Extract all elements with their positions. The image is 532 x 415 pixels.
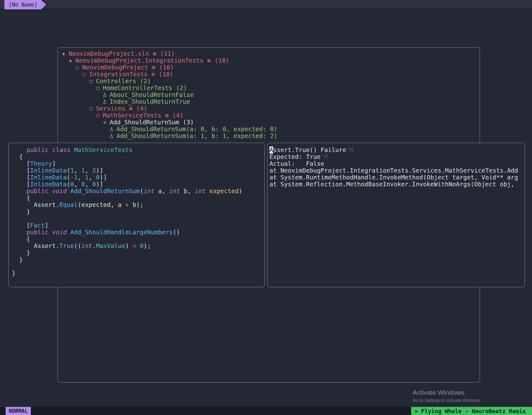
failed-status-icon: ⊗ (165, 112, 169, 119)
flask-icon (109, 127, 114, 131)
project-icon: ◆ (68, 57, 73, 64)
namespace-icon: □ (88, 105, 93, 112)
namespace-icon: □ (95, 112, 100, 119)
test-tree-row[interactable]: Index_ShouldReturnTrue (61, 98, 477, 105)
test-tree-row[interactable]: ◆NeovimDebugProject.sln⊗(11) (61, 50, 477, 57)
code-line: [Fact] (12, 222, 48, 229)
code-line: } (12, 208, 30, 215)
failed-status-icon: ⊗ (152, 64, 155, 71)
flask-icon (102, 93, 107, 97)
failed-status-icon: ⊗ (151, 71, 155, 78)
failed-status-icon: ⊗ (153, 50, 156, 57)
code-line: Assert.True((int.MaxValue) < 0); (12, 242, 151, 250)
namespace-icon: □ (75, 64, 80, 71)
namespace-icon: □ (95, 85, 100, 92)
failed-status-icon: ⊗ (129, 105, 133, 112)
editor-root: [No Name] ◆NeovimDebugProject.sln⊗(11)◆N… (0, 0, 532, 415)
music-title: Flying Whale - NeuroBeatz Remix (421, 408, 526, 414)
code-line: Assert.Equal(expected, a + b); (12, 201, 144, 208)
test-tree-row[interactable]: □Controllers(2) (61, 78, 477, 85)
code-line: [Theory] (12, 160, 56, 167)
test-count: (4) (136, 105, 147, 112)
code-line: public void Add_ShouldHandleLargeNumbers… (12, 229, 180, 236)
test-node-label: NeovimDebugProject.IntegrationTests (75, 57, 203, 64)
test-node-label: NeovimDebugProject (82, 64, 148, 71)
watermark-title: Activate Windows (413, 389, 482, 396)
code-line: { (12, 194, 30, 202)
test-node-label: Add_ShouldReturnSum (110, 119, 179, 126)
code-line: [InlineData(0, 0, 0)] (12, 181, 103, 188)
test-node-label: Add_ShouldReturnSum(a: 0, b: 0, expected… (116, 126, 278, 133)
test-tree-row[interactable]: □IntegrationTests⊗(10) (61, 71, 477, 78)
test-count: (3) (183, 119, 194, 126)
buffer-tab-label: [No Name] (9, 2, 37, 8)
code-content: public class MathServiceTests { [Theory]… (9, 143, 264, 279)
test-tree-row[interactable]: Add_ShouldReturnSum(a: 0, b: 0, expected… (61, 126, 477, 133)
test-node-label: MathServiceTests (103, 112, 161, 119)
test-node-label: NeovimDebugProject.sln (69, 50, 149, 57)
namespace-icon: □ (82, 71, 87, 78)
test-count: (10) (159, 64, 174, 71)
test-node-label: HomeControllerTests (103, 85, 172, 92)
test-node-label: Services (96, 105, 125, 112)
test-node-label: About_ShouldReturnFalse (110, 92, 194, 98)
test-count: (2) (140, 78, 151, 85)
output-line: Expected: True^M (269, 153, 328, 160)
test-node-label: Controllers (96, 78, 136, 85)
test-tree-row[interactable]: ⊗Add_ShouldReturnSum(3) (61, 119, 477, 126)
namespace-icon: □ (88, 78, 93, 85)
code-line: [InlineData(1, 1, 2)] (12, 167, 103, 174)
test-tree-row[interactable]: ◆NeovimDebugProject.IntegrationTests⊗(10… (61, 57, 477, 64)
test-node-label: IntegrationTests (89, 71, 148, 78)
test-tree: ◆NeovimDebugProject.sln⊗(11)◆NeovimDebug… (58, 48, 480, 142)
test-count: (10) (159, 71, 173, 78)
code-line: } (12, 270, 16, 277)
code-line: public class MathServiceTests (12, 146, 132, 154)
code-line: { (12, 236, 30, 243)
code-line: } (12, 256, 23, 263)
output-line: Actual: False (269, 160, 324, 167)
flask-icon (109, 134, 114, 138)
circle-x-icon: ⊗ (102, 119, 107, 126)
test-count: (10) (215, 57, 229, 64)
test-tree-row[interactable]: Add_ShouldReturnSum(a: 1, b: 1, expected… (61, 133, 477, 140)
buffer-tab[interactable]: [No Name] (4, 0, 46, 9)
output-line: Assert.True() Failure^M (269, 146, 354, 154)
play-icon: ▶ (416, 408, 418, 413)
test-tree-row[interactable]: □HomeControllerTests(2) (61, 85, 477, 92)
test-tree-row[interactable]: □Services⊗(4) (61, 105, 477, 112)
output-line: at System.RuntimeMethodHandle.InvokeMeth… (269, 174, 518, 181)
code-line: [InlineData(-1, 1, 0)] (12, 174, 107, 181)
test-tree-row[interactable]: □MathServiceTests⊗(4) (61, 112, 477, 119)
code-window[interactable]: public class MathServiceTests { [Theory]… (8, 143, 265, 287)
test-count: (2) (176, 85, 187, 92)
statusline: NORMAL ▶ Flying Whale - NeuroBeatz Remix (0, 407, 532, 415)
code-line: { (12, 153, 23, 160)
test-count: (11) (160, 50, 175, 57)
code-line: public void Add_ShouldReturnSum(int a, i… (12, 188, 242, 195)
solution-icon: ◆ (61, 50, 66, 57)
test-tree-row[interactable]: □NeovimDebugProject⊗(10) (61, 64, 477, 71)
activate-windows-watermark: Activate Windows Go to Settings to activ… (413, 389, 482, 403)
code-line: } (12, 249, 30, 256)
failed-status-icon: ⊗ (207, 57, 211, 64)
watermark-subtitle: Go to Settings to activate Windows. (413, 398, 482, 403)
test-node-label: Add_ShouldReturnSum(a: 1, b: 1, expected… (116, 133, 278, 140)
test-count: (4) (173, 112, 183, 119)
mode-indicator: NORMAL (6, 407, 31, 415)
tabline: [No Name] (0, 0, 532, 9)
test-tree-row[interactable]: About_ShouldReturnFalse (61, 92, 477, 98)
music-widget[interactable]: ▶ Flying Whale - NeuroBeatz Remix (411, 407, 532, 415)
test-node-label: Index_ShouldReturnTrue (110, 98, 190, 105)
output-line: at NeovimDebugProject.IntegrationTests.S… (269, 167, 518, 174)
flask-icon (102, 100, 107, 104)
test-output-window[interactable]: Assert.True() Failure^M Expected: True^M… (267, 143, 525, 287)
output-content: Assert.True() Failure^M Expected: True^M… (268, 143, 525, 190)
output-line: at System.Reflection.MethodBaseInvoker.I… (269, 181, 515, 188)
